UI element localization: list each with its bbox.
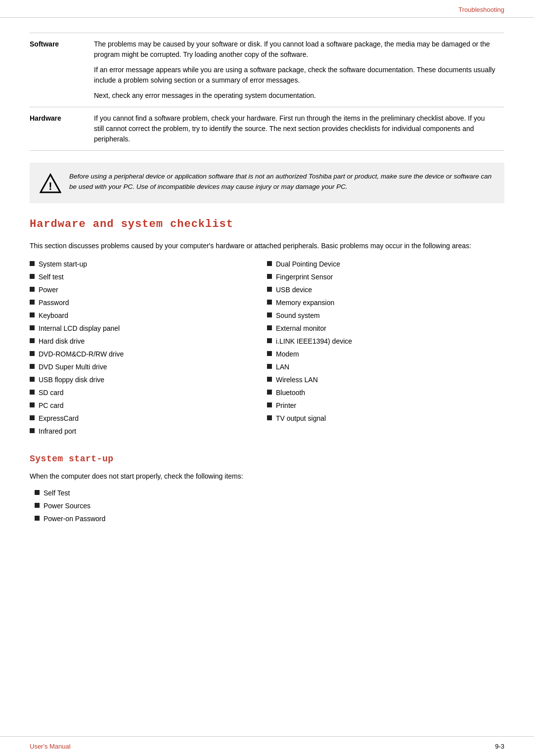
list-item: Modem — [267, 349, 504, 359]
bullet-icon — [35, 490, 40, 495]
list-item: USB floppy disk drive — [30, 375, 267, 385]
list-item: USB device — [267, 285, 504, 295]
footer-page-number: 9-3 — [495, 743, 504, 750]
list-item: Bluetooth — [267, 388, 504, 398]
bullet-icon — [267, 312, 272, 317]
bullet-icon — [35, 516, 40, 521]
software-para-1: The problems may be caused by your softw… — [94, 39, 496, 60]
bullet-icon — [30, 390, 35, 395]
software-para-3: Next, check any error messages in the op… — [94, 90, 496, 101]
bullet-icon — [30, 274, 35, 279]
hardware-para-1: If you cannot find a software problem, c… — [94, 113, 496, 144]
table-row: Software The problems may be caused by y… — [30, 33, 504, 107]
list-item: i.LINK IEEE1394) device — [267, 336, 504, 347]
list-right: Dual Pointing Device Fingerprint Sensor … — [267, 259, 504, 439]
bullet-icon — [30, 428, 35, 433]
system-startup-intro: When the computer does not start properl… — [30, 471, 504, 482]
list-item: Infrared port — [30, 426, 267, 437]
bullet-icon — [267, 402, 272, 407]
bullet-icon — [267, 338, 272, 343]
bullet-icon — [30, 261, 35, 266]
bullet-icon — [30, 300, 35, 305]
hardware-checklist-heading: Hardware and system checklist — [30, 218, 504, 230]
bullet-icon — [30, 312, 35, 317]
list-item: System start-up — [30, 259, 267, 269]
bullet-icon — [30, 287, 35, 292]
list-item: Sound system — [267, 311, 504, 321]
page: Troubleshooting Software The problems ma… — [0, 0, 534, 756]
bullet-icon — [267, 261, 272, 266]
page-footer: User's Manual 9-3 — [0, 736, 534, 756]
bullet-icon — [30, 415, 35, 420]
bullet-icon — [30, 377, 35, 382]
bullet-icon — [267, 274, 272, 279]
header-title: Troubleshooting — [458, 6, 504, 13]
list-item: DVD Super Multi drive — [30, 362, 267, 372]
list-item: Wireless LAN — [267, 375, 504, 385]
table-row: Hardware If you cannot find a software p… — [30, 107, 504, 151]
software-para-2: If an error message appears while you ar… — [94, 65, 496, 86]
bullet-icon — [267, 325, 272, 330]
list-item: Self test — [30, 272, 267, 282]
bullet-icon — [267, 287, 272, 292]
list-item: TV output signal — [267, 413, 504, 424]
bullet-icon — [30, 402, 35, 407]
list-item: Internal LCD display panel — [30, 323, 267, 334]
footer-label: User's Manual — [30, 743, 71, 750]
list-item: Power — [30, 285, 267, 295]
list-item: ExpressCard — [30, 413, 267, 424]
list-item: Dual Pointing Device — [267, 259, 504, 269]
bullet-icon — [35, 503, 40, 508]
list-item: Memory expansion — [267, 298, 504, 308]
list-item: Printer — [267, 400, 504, 411]
page-content: Software The problems may be caused by y… — [0, 18, 534, 556]
list-item: LAN — [267, 362, 504, 372]
bullet-icon — [30, 338, 35, 343]
bullet-icon — [267, 364, 272, 369]
bullet-icon — [267, 300, 272, 305]
list-item: PC card — [30, 400, 267, 411]
bullet-icon — [267, 351, 272, 356]
list-item: Fingerprint Sensor — [267, 272, 504, 282]
system-startup-heading: System start-up — [30, 454, 504, 464]
warning-text: Before using a peripheral device or appl… — [69, 172, 494, 192]
list-item: Self Test — [35, 488, 504, 498]
system-startup-list: Self Test Power Sources Power-on Passwor… — [35, 488, 504, 524]
hardware-checklist-list: System start-up Self test Power Password… — [30, 259, 504, 439]
list-item: Power Sources — [35, 501, 504, 511]
list-left: System start-up Self test Power Password… — [30, 259, 267, 439]
page-header: Troubleshooting — [0, 0, 534, 18]
table-cell-hardware: If you cannot find a software problem, c… — [94, 107, 504, 151]
list-item: SD card — [30, 388, 267, 398]
bullet-icon — [267, 377, 272, 382]
bullet-icon — [267, 390, 272, 395]
table-label-software: Software — [30, 33, 94, 107]
svg-text:!: ! — [48, 180, 52, 192]
hardware-checklist-intro: This section discusses problems caused b… — [30, 240, 504, 251]
warning-box: ! Before using a peripheral device or ap… — [30, 163, 504, 203]
list-item: Power-on Password — [35, 514, 504, 524]
list-item: External monitor — [267, 323, 504, 334]
table-label-hardware: Hardware — [30, 107, 94, 151]
bullet-icon — [30, 364, 35, 369]
bullet-icon — [30, 351, 35, 356]
list-item: DVD-ROM&CD-R/RW drive — [30, 349, 267, 359]
troubleshooting-table: Software The problems may be caused by y… — [30, 33, 504, 151]
table-cell-software: The problems may be caused by your softw… — [94, 33, 504, 107]
bullet-icon — [30, 325, 35, 330]
list-item: Hard disk drive — [30, 336, 267, 347]
bullet-icon — [267, 415, 272, 420]
list-item: Keyboard — [30, 311, 267, 321]
warning-icon: ! — [40, 173, 61, 194]
list-item: Password — [30, 298, 267, 308]
